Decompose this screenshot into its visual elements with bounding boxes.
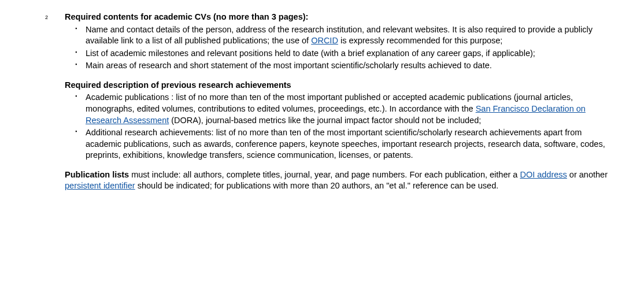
document-content: Required contents for academic CVs (no m… (65, 12, 609, 192)
section-research-achievements: Required description of previous researc… (65, 80, 609, 161)
link-orcid[interactable]: ORCID (311, 36, 338, 45)
text: must include: all authors, complete titl… (129, 170, 520, 179)
list-item: Academic publications : list of no more … (75, 92, 609, 126)
paragraph-publication-lists: Publication lists must include: all auth… (65, 169, 609, 192)
link-doi[interactable]: DOI address (520, 170, 567, 179)
link-persistent-identifier[interactable]: persistent identifier (65, 181, 135, 190)
text: (DORA), journal-based metrics like the j… (169, 116, 481, 125)
list-cv-contents: Name and contact details of the person, … (65, 24, 609, 72)
text: or another (567, 170, 608, 179)
text: should be indicated; for publications wi… (135, 181, 499, 190)
list-research-achievements: Academic publications : list of no more … (65, 92, 609, 161)
text: is expressly recommended for this purpos… (338, 36, 503, 45)
list-item: List of academic milestones and relevant… (75, 48, 609, 60)
heading-cv-contents: Required contents for academic CVs (no m… (65, 12, 609, 23)
section-cv-contents: Required contents for academic CVs (no m… (65, 12, 609, 72)
bold-label: Publication lists (65, 170, 129, 179)
list-item: Main areas of research and short stateme… (75, 60, 609, 72)
footnote-number: 2 (45, 14, 48, 21)
list-item: Additional research achievements: list o… (75, 127, 609, 161)
section-publication-lists: Publication lists must include: all auth… (65, 169, 609, 192)
list-item: Name and contact details of the person, … (75, 24, 609, 47)
heading-research-achievements: Required description of previous researc… (65, 80, 609, 91)
